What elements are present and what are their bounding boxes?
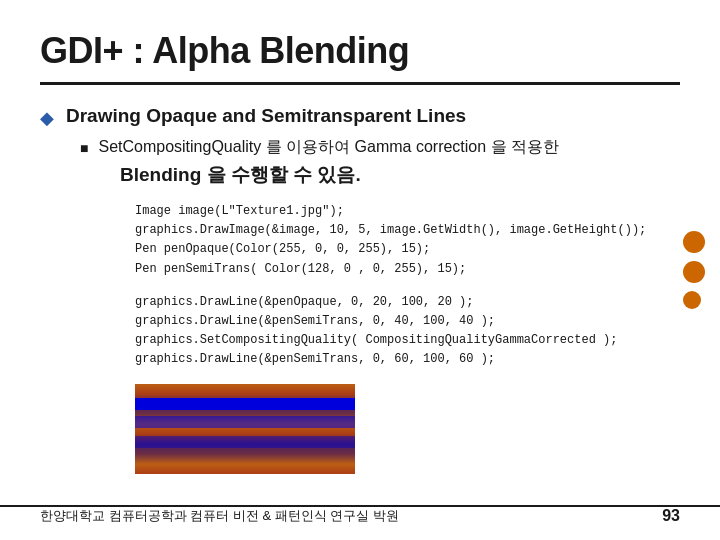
sub-content: ■ SetCompositingQuality 를 이용하여 Gamma cor… (80, 137, 680, 474)
sub-text-part1: SetCompositingQuality 를 이용하여 Gamma (98, 138, 411, 155)
title-divider (40, 82, 680, 85)
texture-bg (135, 384, 355, 474)
code-line-2: graphics.DrawImage(&image, 10, 5, image.… (135, 221, 680, 240)
sub-bullet-text: SetCompositingQuality 를 이용하여 Gamma corre… (98, 137, 559, 158)
circle-top (683, 231, 705, 253)
blending-text: Blending 을 수행할 수 있음. (120, 162, 680, 188)
code-line-3: Pen penOpaque(Color(255, 0, 0, 255), 15)… (135, 240, 680, 259)
code-line-8: graphics.DrawLine(&penSemiTrans, 0, 60, … (135, 350, 680, 369)
code-block-2: graphics.DrawLine(&penOpaque, 0, 20, 100… (135, 293, 680, 370)
footer-left-text: 한양대학교 컴퓨터공학과 컴퓨터 비전 & 패턴인식 연구실 박원 (40, 507, 399, 525)
opaque-line (135, 398, 355, 410)
footer: 한양대학교 컴퓨터공학과 컴퓨터 비전 & 패턴인식 연구실 박원 93 (0, 505, 720, 525)
code-line-5: graphics.DrawLine(&penOpaque, 0, 20, 100… (135, 293, 680, 312)
page-title: GDI+ : Alpha Blending (40, 30, 680, 72)
sub-text-part2: 을 적용한 (491, 138, 559, 155)
sub-text-correction: correction (416, 138, 486, 155)
bullet-diamond-icon: ◆ (40, 107, 54, 129)
main-bullet-text: Drawing Opaque and Semitransparent Lines (66, 105, 466, 127)
circle-bottom (683, 291, 701, 309)
sub-bullet-row: ■ SetCompositingQuality 를 이용하여 Gamma cor… (80, 137, 680, 158)
right-decorations (683, 231, 705, 309)
sub-bullet-icon: ■ (80, 140, 88, 156)
code-line-4: Pen penSemiTrans( Color(128, 0 , 0, 255)… (135, 260, 680, 279)
code-line-7: graphics.SetCompositingQuality( Composit… (135, 331, 680, 350)
code-block-1: Image image(L"Texture1.jpg"); graphics.D… (135, 202, 680, 279)
semi-line-2 (135, 436, 355, 448)
code-line-6: graphics.DrawLine(&penSemiTrans, 0, 40, … (135, 312, 680, 331)
circle-middle (683, 261, 705, 283)
page-number: 93 (662, 507, 680, 525)
semi-line-1 (135, 416, 355, 428)
texture-image-area (135, 384, 355, 474)
code-line-1: Image image(L"Texture1.jpg"); (135, 202, 680, 221)
slide: GDI+ : Alpha Blending ◆ Drawing Opaque a… (0, 0, 720, 540)
main-bullet: ◆ Drawing Opaque and Semitransparent Lin… (40, 105, 680, 129)
